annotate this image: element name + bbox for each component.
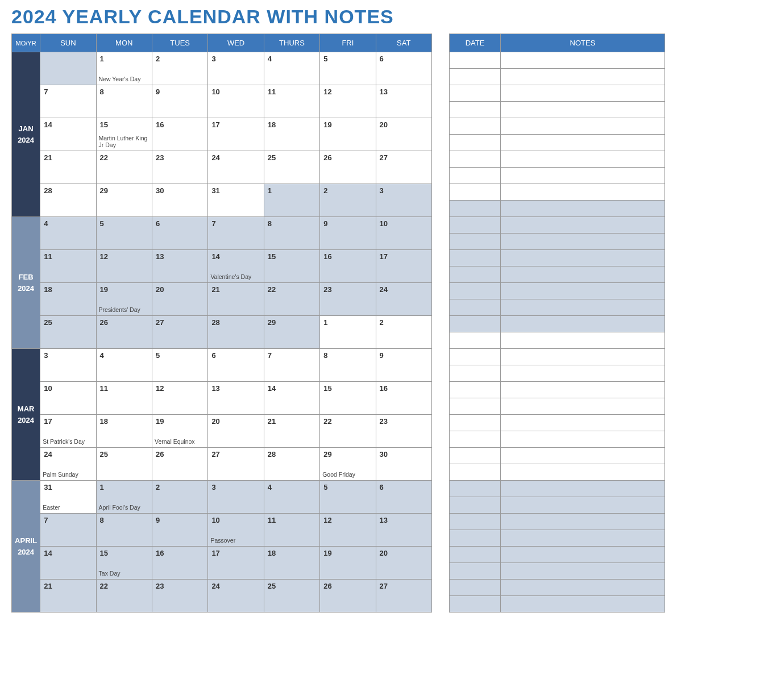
day-cell[interactable]: 14 [40,118,96,151]
day-cell[interactable]: 6 [208,349,264,382]
day-cell[interactable]: 25 [96,448,152,481]
day-cell[interactable]: 12 [96,250,152,283]
day-cell[interactable]: 5 [320,481,376,514]
day-cell[interactable]: 21 [40,580,96,612]
day-cell[interactable]: 18 [40,283,96,316]
notes-date-cell[interactable] [450,448,501,464]
notes-date-cell[interactable] [450,102,501,118]
day-cell[interactable]: 8 [264,217,319,250]
notes-text-cell[interactable] [501,415,665,431]
notes-date-cell[interactable] [450,431,501,448]
day-cell[interactable]: 27 [152,316,207,349]
day-cell[interactable]: 2 [152,52,207,85]
day-cell[interactable]: 13 [376,514,431,547]
day-cell[interactable]: 10 [376,217,431,250]
day-cell[interactable]: 21 [264,415,319,448]
notes-date-cell[interactable] [450,481,501,497]
day-cell[interactable]: 2 [376,316,431,349]
day-cell[interactable]: 19 [320,118,376,151]
notes-text-cell[interactable] [501,398,665,415]
notes-date-cell[interactable] [450,316,501,332]
day-cell[interactable]: 3 [376,184,431,217]
day-cell[interactable]: 19 [320,547,376,580]
notes-text-cell[interactable] [501,349,665,365]
notes-date-cell[interactable] [450,135,501,151]
day-cell[interactable]: 17St Patrick's Day [40,415,96,448]
day-cell[interactable]: 26 [152,448,207,481]
notes-text-cell[interactable] [501,497,665,514]
day-cell[interactable]: 27 [376,580,431,612]
day-cell[interactable]: 5 [320,52,376,85]
notes-date-cell[interactable] [450,547,501,563]
notes-text-cell[interactable] [501,135,665,151]
notes-text-cell[interactable] [501,168,665,184]
notes-date-cell[interactable] [450,398,501,415]
notes-text-cell[interactable] [501,580,665,596]
day-cell[interactable]: 16 [152,547,207,580]
day-cell[interactable]: 15 [320,382,376,415]
day-cell[interactable]: 2 [152,481,207,514]
day-cell[interactable]: 7 [264,349,319,382]
day-cell[interactable]: 22 [320,415,376,448]
day-cell[interactable]: 26 [96,316,152,349]
notes-date-cell[interactable] [450,234,501,250]
notes-text-cell[interactable] [501,481,665,497]
day-cell[interactable]: 16 [152,118,207,151]
notes-date-cell[interactable] [450,250,501,266]
notes-date-cell[interactable] [450,415,501,431]
notes-text-cell[interactable] [501,299,665,316]
notes-date-cell[interactable] [450,299,501,316]
day-cell[interactable]: 19Presidents' Day [96,283,152,316]
notes-text-cell[interactable] [501,596,665,612]
day-cell[interactable]: 10 [208,85,264,118]
day-cell[interactable] [40,52,96,85]
day-cell[interactable]: 12 [152,382,207,415]
day-cell[interactable]: 6 [376,481,431,514]
day-cell[interactable]: 22 [264,283,319,316]
day-cell[interactable]: 9 [152,514,207,547]
day-cell[interactable]: 28 [264,448,319,481]
day-cell[interactable]: 22 [96,151,152,184]
day-cell[interactable]: 1New Year's Day [96,52,152,85]
notes-text-cell[interactable] [501,201,665,217]
day-cell[interactable]: 21 [208,283,264,316]
notes-date-cell[interactable] [450,118,501,135]
day-cell[interactable]: 3 [40,349,96,382]
day-cell[interactable]: 18 [264,547,319,580]
day-cell[interactable]: 14Valentine's Day [208,250,264,283]
day-cell[interactable]: 31Easter [40,481,96,514]
day-cell[interactable]: 8 [96,514,152,547]
notes-text-cell[interactable] [501,448,665,464]
notes-text-cell[interactable] [501,102,665,118]
day-cell[interactable]: 11 [264,85,319,118]
day-cell[interactable]: 7 [40,85,96,118]
notes-text-cell[interactable] [501,217,665,234]
notes-date-cell[interactable] [450,365,501,382]
day-cell[interactable]: 12 [320,514,376,547]
day-cell[interactable]: 20 [152,283,207,316]
day-cell[interactable]: 23 [376,415,431,448]
day-cell[interactable]: 8 [96,85,152,118]
day-cell[interactable]: 25 [264,151,319,184]
day-cell[interactable]: 20 [376,118,431,151]
day-cell[interactable]: 12 [320,85,376,118]
notes-date-cell[interactable] [450,349,501,365]
day-cell[interactable]: 14 [40,547,96,580]
day-cell[interactable]: 11 [96,382,152,415]
notes-text-cell[interactable] [501,184,665,201]
day-cell[interactable]: 1 [264,184,319,217]
day-cell[interactable]: 15Tax Day [96,547,152,580]
day-cell[interactable]: 29 [264,316,319,349]
notes-text-cell[interactable] [501,332,665,349]
day-cell[interactable]: 3 [208,52,264,85]
day-cell[interactable]: 24Palm Sunday [40,448,96,481]
day-cell[interactable]: 28 [40,184,96,217]
notes-date-cell[interactable] [450,217,501,234]
day-cell[interactable]: 24 [208,580,264,612]
day-cell[interactable]: 23 [320,283,376,316]
day-cell[interactable]: 16 [376,382,431,415]
day-cell[interactable]: 20 [376,547,431,580]
day-cell[interactable]: 18 [96,415,152,448]
day-cell[interactable]: 24 [208,151,264,184]
day-cell[interactable]: 17 [208,547,264,580]
